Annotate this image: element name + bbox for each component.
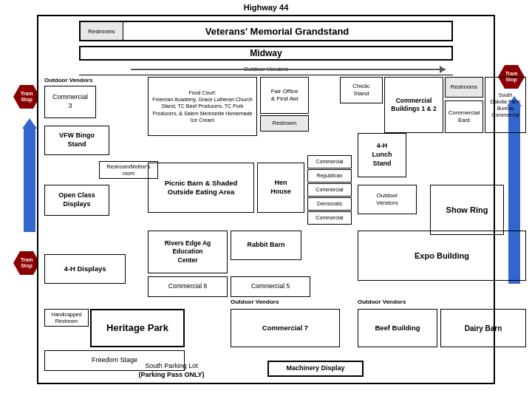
- rabbit-barn-box: Rabbit Barn: [231, 231, 301, 260]
- highway-label: Highway 44: [244, 3, 289, 12]
- commercial5-box: Commercial 5: [231, 276, 310, 297]
- outdoor-vendors-bar: Outdoor Vendors: [79, 64, 453, 75]
- commercial7-box: Commercial 7: [231, 309, 340, 347]
- main-map-border: Restrooms Veterans' Memorial Grandstand …: [37, 15, 495, 384]
- south-parking-label: South Parking Lot(Parking Pass ONLY): [98, 361, 245, 380]
- commercial-d-box: Commercial: [307, 183, 352, 197]
- open-class-box: Open ClassDisplays: [44, 185, 109, 216]
- chiclic-box: ChiclicStand: [340, 77, 383, 103]
- picnic-barn-box: Picnic Barn & ShadedOutside Eating Area: [148, 163, 254, 213]
- outdoor-vendors-label3: Outdoor Vendors: [231, 299, 279, 305]
- hen-house-box: HenHouse: [257, 163, 304, 213]
- outdoor-vendors-topleft: Outdoor Vendors: [44, 77, 92, 83]
- outdoor-vendors-label4: Outdoor Vendors: [358, 299, 406, 305]
- republican-box: Republican: [307, 169, 352, 183]
- fair-map: Highway 44 North Pine Avenue (One Way) N…: [0, 0, 532, 399]
- commercial-buildings-box: CommercialBuildings 1 & 2: [384, 77, 443, 133]
- fair-office-box: Fair Office& First Aid: [260, 77, 309, 114]
- commercial8-box: Commercial 8: [148, 276, 228, 297]
- heritage-park-box: Heritage Park: [90, 309, 185, 347]
- rivers-edge-box: Rivers Edge AgEducationCenter: [148, 231, 228, 273]
- 4h-lunch-box: 4-HLunchStand: [358, 133, 406, 177]
- restroom-small-box: Restroom: [260, 115, 309, 132]
- expo-building-box: Expo Building: [358, 231, 526, 281]
- arrow-up-left: [22, 118, 37, 232]
- tram-stop-left-top: TramStop: [13, 85, 40, 109]
- 4h-displays-box: 4-H Displays: [44, 254, 126, 284]
- restrooms2-box: Restrooms: [445, 77, 483, 98]
- restrooms-label: Restrooms: [81, 22, 123, 40]
- commercial-r-box: Commercial: [307, 155, 352, 168]
- show-ring-box: Show Ring: [430, 185, 504, 235]
- commercial-last-box: Commercial: [307, 211, 352, 225]
- midway-box: Midway: [79, 46, 453, 61]
- food-court-box: Food Court:Freeman Academy, Grace Luther…: [148, 77, 257, 136]
- democrats-box: Democrats: [307, 197, 352, 211]
- commercial3-box: Commercial3: [44, 86, 96, 118]
- dairy-barn-box: Dairy Barn: [440, 309, 526, 347]
- sd-farm-box: SouthDakota FarmBureauCommercial: [485, 77, 526, 133]
- outdoor-vendors-mid-box: OutdoorVendors: [358, 185, 417, 214]
- commercial-east-box: CommercialEast: [445, 100, 483, 133]
- vfw-box: VFW BingoStand: [44, 126, 109, 155]
- machinery-box: Machinery Display: [267, 361, 364, 377]
- tram-stop-left-bottom: TramStop: [13, 251, 40, 275]
- handicapped-box: HandicappedRestroom: [44, 309, 89, 327]
- grandstand-label: Veterans' Memorial Grandstand: [205, 26, 349, 37]
- beef-building-box: Beef Building: [358, 309, 437, 347]
- grandstand-container: Restrooms Veterans' Memorial Grandstand: [79, 21, 453, 41]
